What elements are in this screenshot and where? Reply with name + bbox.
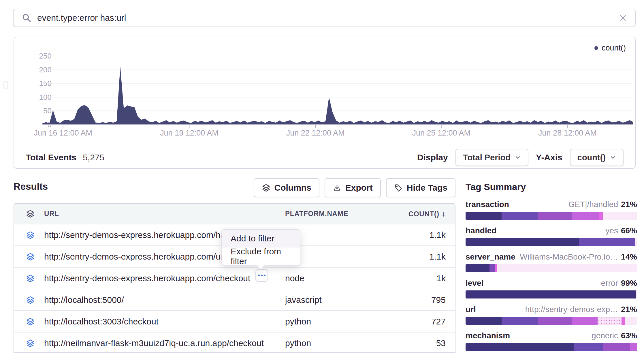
x-axis-tick-label: Jun 28 12:00 AM	[538, 129, 597, 138]
tag-percentage: 66%	[621, 226, 637, 235]
menu-item-add-to-filter[interactable]: Add to filter	[222, 230, 300, 247]
cell-platform[interactable]: python	[285, 338, 311, 348]
tag-bar-segment[interactable]	[538, 212, 572, 220]
tag-bar-segment[interactable]	[502, 317, 538, 325]
tag-bar-segment[interactable]	[579, 238, 635, 246]
cell-platform[interactable]: python	[285, 317, 311, 326]
events-chart-panel: count() 050100150200250Jun 16 12:00 AMJu…	[14, 37, 636, 169]
tag-bar-segment[interactable]	[502, 212, 538, 220]
stacked-layers-icon	[26, 317, 35, 326]
tag-entry: mechanismgeneric63%	[466, 331, 637, 351]
chart-footer: Total Events 5,275 Display Total Period …	[14, 146, 635, 169]
tag-bar-segment[interactable]	[466, 264, 489, 272]
cell-url[interactable]: http://sentry-demos-express.herokuapp.co…	[44, 230, 246, 240]
table-row: http://localhost:3003/checkoutpython727	[14, 311, 455, 333]
tag-bar-segment[interactable]	[574, 343, 603, 351]
tag-percentage: 21%	[621, 305, 637, 314]
tag-icon	[394, 183, 403, 192]
tag-entry: levelerror99%	[466, 279, 637, 298]
table-row: http://neilmanvar-flask-m3uuizd7iq-uc.a.…	[14, 333, 455, 353]
tag-distribution-bar[interactable]	[466, 238, 637, 246]
tag-bar-segment[interactable]	[622, 317, 625, 325]
tag-entry: transactionGET|/handled21%	[466, 200, 637, 220]
tag-distribution-bar[interactable]	[466, 212, 637, 220]
tag-bar-segment[interactable]	[495, 264, 497, 272]
cell-url[interactable]: http://localhost:5000/	[44, 295, 124, 305]
columns-button[interactable]: Columns	[254, 178, 319, 197]
tag-top-value: error99%	[601, 279, 637, 288]
x-axis-tick-label: Jun 19 12:00 AM	[160, 129, 219, 138]
cell-url[interactable]: http://neilmanvar-flask-m3uuizd7iq-uc.a.…	[44, 338, 264, 348]
cell-actions-button[interactable]	[255, 269, 268, 282]
tag-top-value: generic63%	[592, 331, 637, 340]
tag-bar-segment[interactable]	[572, 317, 598, 325]
tag-percentage: 14%	[621, 252, 637, 261]
search-icon	[22, 13, 31, 23]
search-bar[interactable]: event.type:error has:url	[13, 9, 636, 27]
tag-summary: Tag Summary transactionGET|/handled21%ha…	[466, 182, 637, 353]
column-header-platform[interactable]: PLATFORM.NAME	[285, 210, 348, 218]
display-select[interactable]: Total Period	[455, 149, 528, 166]
download-icon	[333, 183, 341, 192]
tag-bar-segment[interactable]	[466, 238, 579, 246]
cell-count: 1.1k	[429, 252, 446, 262]
tag-bar-segment[interactable]	[572, 212, 599, 220]
cell-url[interactable]: http://localhost:3003/checkout	[44, 317, 159, 326]
tag-top-value: GET|/handled21%	[568, 200, 637, 209]
tag-top-value: http://sentry-demos-exp…21%	[525, 305, 637, 314]
clear-search-icon[interactable]	[619, 14, 627, 22]
x-axis-tick-label: Jun 22 12:00 AM	[286, 129, 345, 138]
results-toolbar: Columns Export Hide Tags	[14, 178, 455, 197]
chart-legend[interactable]: count()	[594, 44, 626, 52]
tag-bar-segment[interactable]	[603, 212, 637, 220]
table-row: http://sentry-demos-express.herokuapp.co…	[14, 268, 455, 289]
cell-platform[interactable]: javascript	[285, 295, 322, 305]
tag-name: mechanism	[466, 331, 510, 340]
stacked-layers-icon	[262, 183, 270, 192]
tag-bar-segment[interactable]	[497, 264, 637, 272]
cell-url[interactable]: http://sentry-demos-express.herokuapp.co…	[44, 273, 250, 283]
cell-platform[interactable]: node	[285, 273, 304, 283]
tag-bar-segment[interactable]	[625, 317, 637, 325]
tag-bar-segment[interactable]	[635, 238, 637, 246]
legend-series-label: count()	[602, 44, 626, 52]
column-header-count[interactable]: COUNT() ↓	[408, 209, 446, 218]
tag-bar-segment[interactable]	[603, 343, 630, 351]
tag-name: url	[466, 305, 476, 314]
event-count-area-chart: 050100150200250Jun 16 12:00 AMJun 19 12:…	[14, 37, 636, 146]
column-header-url[interactable]: URL	[44, 210, 59, 218]
chevron-down-icon	[610, 154, 616, 161]
tag-bar-segment[interactable]	[599, 212, 603, 220]
cell-count: 1.1k	[429, 230, 446, 240]
cell-count: 727	[431, 317, 446, 326]
tag-distribution-bar[interactable]	[466, 290, 637, 298]
tag-bar-segment[interactable]	[466, 212, 502, 220]
tag-distribution-bar[interactable]	[466, 264, 637, 272]
tag-bar-segment[interactable]	[466, 290, 636, 298]
tag-bar-segment[interactable]	[538, 317, 572, 325]
tag-bar-segment[interactable]	[630, 343, 637, 351]
total-events-label: Total Events	[26, 153, 76, 162]
tag-bar-segment[interactable]	[636, 290, 637, 298]
results-table: URL PLATFORM.NAME COUNT() ↓ http://sentr…	[14, 203, 455, 353]
stacked-layers-icon	[26, 296, 35, 304]
tag-distribution-bar[interactable]	[466, 343, 637, 351]
tag-distribution-bar[interactable]	[466, 317, 637, 325]
tag-bar-segment[interactable]	[466, 317, 502, 325]
cell-count: 1k	[436, 273, 446, 283]
tag-bar-segment[interactable]	[466, 343, 574, 351]
yaxis-select[interactable]: count()	[570, 149, 624, 166]
stacked-layers-icon	[26, 252, 35, 261]
hide-tags-button[interactable]: Hide Tags	[386, 178, 455, 197]
tag-bar-segment[interactable]	[598, 317, 622, 325]
x-axis-tick-label: Jun 16 12:00 AM	[34, 129, 92, 138]
tag-percentage: 21%	[621, 200, 637, 209]
tag-name: handled	[466, 226, 496, 235]
tag-summary-title: Tag Summary	[466, 182, 637, 192]
legend-series-dot	[594, 46, 598, 50]
tag-bar-segment[interactable]	[489, 264, 495, 272]
export-button[interactable]: Export	[325, 178, 381, 197]
collapsed-sidebar-handle[interactable]	[3, 81, 8, 89]
display-label: Display	[417, 153, 448, 162]
search-input[interactable]: event.type:error has:url	[37, 13, 619, 23]
